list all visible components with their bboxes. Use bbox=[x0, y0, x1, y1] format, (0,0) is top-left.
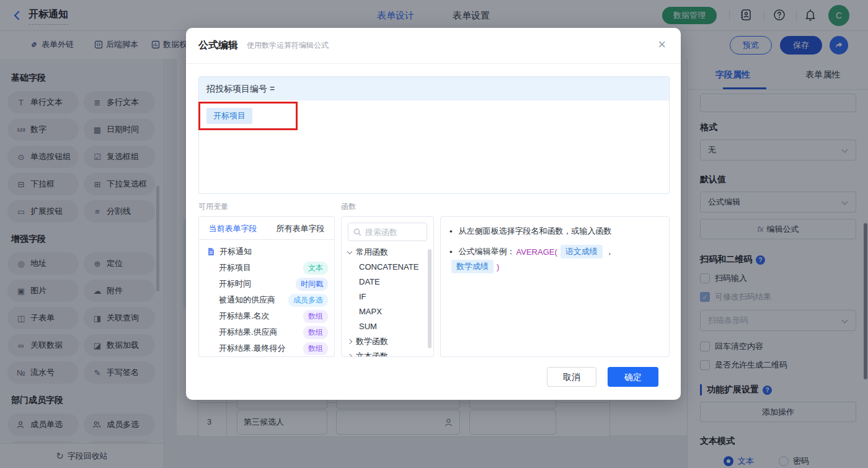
function-search[interactable] bbox=[348, 223, 427, 241]
variable-field-row[interactable]: 开标结果.最终得分数组 bbox=[199, 340, 334, 356]
search-icon bbox=[353, 228, 361, 236]
variables-panel: 当前表单字段 所有表单字段 开标通知 开标项目文本 开标时间时间戳 被通知的供应… bbox=[198, 216, 335, 357]
functions-panel: 常用函数 CONCATENATE DATE IF MAPX SUM 数学函数 文… bbox=[341, 216, 434, 357]
functions-label: 函数 bbox=[341, 201, 356, 212]
chevron-right-icon bbox=[347, 354, 352, 357]
function-group-common[interactable]: 常用函数 bbox=[342, 245, 433, 260]
type-badge: 文本 bbox=[303, 262, 328, 275]
help-line-1: • 从左侧面板选择字段名和函数，或输入函数 bbox=[450, 226, 660, 237]
modal-subtitle: 使用数学运算符编辑公式 bbox=[247, 40, 329, 51]
help-line-2: • 公式编辑举例： AVERAGE( 语文成绩 ， 数学成绩 ) bbox=[450, 245, 660, 273]
function-item[interactable]: DATE bbox=[342, 275, 433, 289]
formula-help-panel: • 从左侧面板选择字段名和函数，或输入函数 • 公式编辑举例： AVERAGE(… bbox=[440, 216, 670, 357]
confirm-button[interactable]: 确定 bbox=[608, 367, 658, 387]
function-item[interactable]: SUM bbox=[342, 319, 433, 334]
variables-label: 可用变量 bbox=[198, 201, 341, 212]
example-close-paren: ) bbox=[497, 262, 499, 272]
document-icon bbox=[206, 247, 215, 256]
modal-header: 公式编辑 使用数学运算符编辑公式 × bbox=[186, 28, 681, 64]
type-badge: 数组 bbox=[303, 310, 328, 323]
type-badge: 成员多选 bbox=[288, 294, 328, 307]
type-badge: 时间戳 bbox=[296, 278, 328, 291]
example-function: AVERAGE( bbox=[516, 247, 557, 257]
variable-field-row[interactable]: 开标结果.名次数组 bbox=[199, 308, 334, 324]
function-search-input[interactable] bbox=[365, 227, 421, 237]
bullet-icon: • bbox=[450, 247, 453, 257]
panel-labels: 可用变量 函数 bbox=[198, 201, 670, 212]
modal-title: 公式编辑 bbox=[198, 39, 238, 52]
variable-field-row[interactable]: 开标时间时间戳 bbox=[199, 276, 334, 292]
function-item[interactable]: CONCATENATE bbox=[342, 260, 433, 275]
function-item[interactable]: IF bbox=[342, 289, 433, 304]
example-field-tag: 数学成绩 bbox=[451, 260, 494, 273]
close-icon[interactable]: × bbox=[658, 38, 666, 51]
functions-scrollbar[interactable] bbox=[428, 249, 432, 348]
app-root: 开标通知 表单设计 表单设置 数据管理 C 表单外链 后端脚本 数据权 bbox=[0, 0, 868, 468]
function-group-math[interactable]: 数学函数 bbox=[342, 334, 433, 349]
annotation-highlight-box bbox=[198, 102, 298, 130]
chevron-right-icon bbox=[347, 339, 352, 344]
formula-target: 招投标项目编号 = bbox=[199, 77, 669, 100]
variables-tabs: 当前表单字段 所有表单字段 bbox=[199, 217, 334, 240]
tab-current-form-fields[interactable]: 当前表单字段 bbox=[199, 217, 267, 239]
function-item[interactable]: MAPX bbox=[342, 304, 433, 319]
formula-editor: 招投标项目编号 = 开标项目 bbox=[198, 76, 670, 194]
chevron-down-icon bbox=[347, 249, 352, 254]
tab-all-form-fields[interactable]: 所有表单字段 bbox=[267, 217, 334, 239]
function-group-text[interactable]: 文本函数 bbox=[342, 349, 433, 357]
cancel-button[interactable]: 取消 bbox=[547, 367, 596, 387]
tree-root-form[interactable]: 开标通知 bbox=[199, 244, 334, 260]
example-field-tag: 语文成绩 bbox=[560, 245, 603, 258]
type-badge: 数组 bbox=[303, 342, 328, 355]
type-badge: 数组 bbox=[303, 326, 328, 339]
variable-field-row[interactable]: 开标结果.供应商数组 bbox=[199, 324, 334, 340]
formula-edit-modal: 公式编辑 使用数学运算符编辑公式 × 招投标项目编号 = 开标项目 可用变量 函… bbox=[186, 28, 681, 400]
variable-field-row[interactable]: 被通知的供应商成员多选 bbox=[199, 292, 334, 308]
bullet-icon: • bbox=[450, 227, 453, 236]
variable-field-row[interactable]: 开标项目文本 bbox=[199, 260, 334, 276]
